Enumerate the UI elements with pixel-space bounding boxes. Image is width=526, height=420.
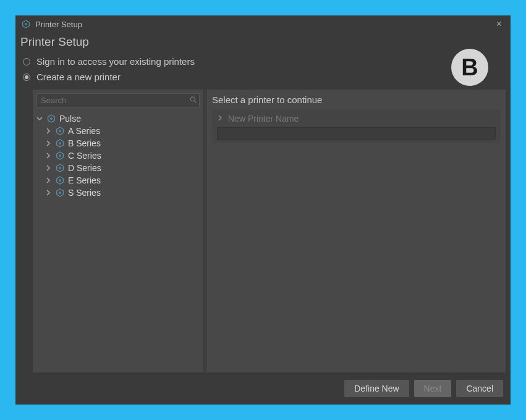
printer-detail-pane: Select a printer to continue New Printer… xyxy=(205,90,506,372)
printer-setup-dialog: Printer Setup × Printer Setup B Sign in … xyxy=(15,15,511,405)
dialog-header: Printer Setup xyxy=(15,33,511,51)
tree-series-item[interactable]: C Series xyxy=(35,149,201,162)
titlebar-title: Printer Setup xyxy=(35,20,494,29)
svg-point-11 xyxy=(59,155,61,157)
printer-icon xyxy=(55,188,64,198)
printer-icon xyxy=(55,176,64,185)
setup-mode-group: Sign in to access your existing printers… xyxy=(15,51,511,90)
cancel-button[interactable]: Cancel xyxy=(456,380,503,397)
svg-line-3 xyxy=(195,101,197,103)
tree-series-item[interactable]: A Series xyxy=(35,125,201,137)
content-area: Pulse A Series B Series C Series xyxy=(15,90,511,372)
svg-point-17 xyxy=(59,192,61,194)
tree-label: E Series xyxy=(68,175,101,185)
svg-point-9 xyxy=(59,143,61,145)
tree-label: D Series xyxy=(68,163,101,173)
svg-point-15 xyxy=(59,180,61,182)
tree-series-item[interactable]: D Series xyxy=(35,162,201,174)
tree-label: B Series xyxy=(68,138,101,148)
chevron-down-icon xyxy=(35,114,44,123)
tree-series-item[interactable]: B Series xyxy=(35,137,201,149)
printer-icon xyxy=(46,114,56,124)
chevron-right-icon xyxy=(44,139,53,148)
chevron-right-icon xyxy=(44,176,53,185)
titlebar: Printer Setup × xyxy=(15,15,511,33)
printer-tree-pane: Pulse A Series B Series C Series xyxy=(33,90,205,372)
chevron-right-icon xyxy=(44,127,53,135)
chevron-right-icon xyxy=(44,164,53,172)
tree-label: A Series xyxy=(68,126,100,136)
printer-name-row[interactable]: New Printer Name xyxy=(217,114,496,124)
printer-name-section: New Printer Name xyxy=(212,110,501,143)
svg-point-2 xyxy=(191,97,195,101)
search-icon xyxy=(190,96,197,105)
tree-root-pulse[interactable]: Pulse xyxy=(35,112,201,125)
detail-heading: Select a printer to continue xyxy=(212,94,501,105)
radio-signin-label: Sign in to access your existing printers xyxy=(36,56,195,67)
app-icon xyxy=(22,20,30,28)
svg-marker-0 xyxy=(23,20,30,28)
define-new-button[interactable]: Define New xyxy=(344,380,409,397)
tree-series-item[interactable]: S Series xyxy=(35,187,201,199)
printer-icon xyxy=(55,127,64,136)
svg-marker-8 xyxy=(56,140,63,147)
tree-label: S Series xyxy=(68,188,101,198)
svg-marker-4 xyxy=(48,115,54,122)
chevron-right-icon xyxy=(44,188,53,197)
close-button[interactable]: × xyxy=(494,19,504,30)
printer-name-label: New Printer Name xyxy=(228,114,299,124)
svg-point-7 xyxy=(59,130,61,132)
svg-marker-6 xyxy=(56,127,63,135)
printer-icon xyxy=(55,139,64,148)
svg-marker-10 xyxy=(56,152,63,159)
radio-create-label: Create a new printer xyxy=(36,72,121,82)
svg-point-13 xyxy=(59,167,61,169)
svg-point-5 xyxy=(50,118,52,120)
radio-icon xyxy=(23,58,30,65)
radio-signin[interactable]: Sign in to access your existing printers xyxy=(23,54,503,69)
printer-tree: Pulse A Series B Series C Series xyxy=(33,111,203,200)
step-badge: B xyxy=(451,49,488,86)
printer-name-input[interactable] xyxy=(217,127,496,140)
svg-marker-16 xyxy=(56,189,63,196)
tree-label: Pulse xyxy=(59,114,81,124)
search-input[interactable] xyxy=(36,93,200,107)
chevron-right-icon xyxy=(44,151,53,160)
printer-icon xyxy=(55,151,64,161)
dialog-title: Printer Setup xyxy=(20,35,89,49)
svg-point-1 xyxy=(25,23,27,25)
svg-marker-14 xyxy=(56,177,63,184)
radio-icon xyxy=(23,74,30,81)
svg-marker-12 xyxy=(56,164,63,172)
chevron-right-icon xyxy=(217,115,223,122)
search-wrap xyxy=(33,90,203,111)
tree-label: C Series xyxy=(68,151,101,161)
radio-create[interactable]: Create a new printer xyxy=(23,69,503,85)
dialog-footer: Define New Next Cancel xyxy=(15,372,511,405)
printer-icon xyxy=(55,164,64,173)
next-button[interactable]: Next xyxy=(414,380,452,397)
tree-series-item[interactable]: E Series xyxy=(35,174,201,187)
